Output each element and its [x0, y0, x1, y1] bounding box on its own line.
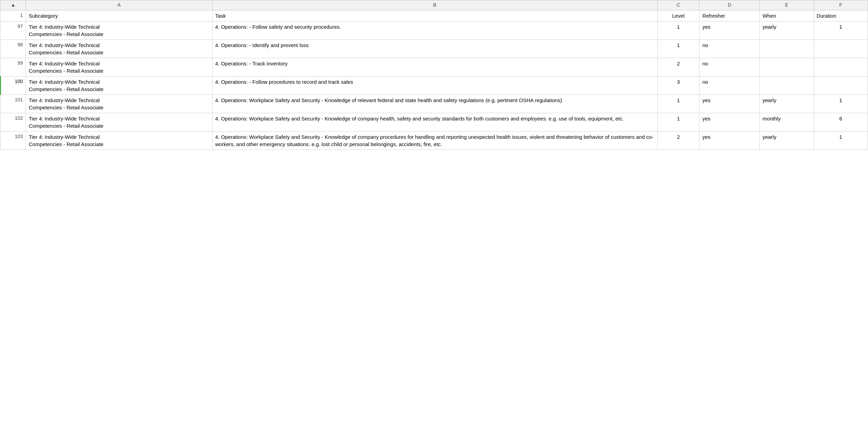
header-level[interactable]: Level — [657, 10, 699, 21]
cell-duration[interactable] — [814, 58, 868, 76]
header-duration[interactable]: Duration — [814, 10, 868, 21]
cell-refresher[interactable]: yes — [699, 94, 760, 113]
cell-refresher[interactable]: yes — [699, 21, 760, 39]
cell-duration[interactable]: 6 — [814, 113, 868, 131]
cell-task[interactable]: 4. Operations: - Identify and prevent lo… — [212, 39, 657, 58]
table-row: 100Tier 4: Industry-Wide TechnicalCompet… — [1, 76, 868, 94]
cell-refresher[interactable]: no — [699, 58, 760, 76]
cell-task[interactable]: 4. Operations: Workplace Safety and Secu… — [212, 131, 657, 150]
col-letter-f[interactable]: F — [814, 0, 868, 10]
cell-duration[interactable] — [814, 39, 868, 58]
header-when[interactable]: When — [760, 10, 814, 21]
row-num-98: 98 — [1, 39, 26, 58]
cell-refresher[interactable]: no — [699, 39, 760, 58]
cell-task[interactable]: 4. Operations: Workplace Safety and Secu… — [212, 113, 657, 131]
cell-subcategory[interactable]: Tier 4: Industry-Wide TechnicalCompetenc… — [26, 131, 212, 150]
table-row: 97Tier 4: Industry-Wide TechnicalCompete… — [1, 21, 868, 39]
cell-task[interactable]: 4. Operations: - Track inventory — [212, 58, 657, 76]
cell-refresher[interactable]: no — [699, 76, 760, 94]
cell-level[interactable]: 1 — [657, 94, 699, 113]
cell-level[interactable]: 1 — [657, 21, 699, 39]
cell-task[interactable]: 4. Operations: - Follow procedures to re… — [212, 76, 657, 94]
cell-task[interactable]: 4. Operations: - Follow safety and secur… — [212, 21, 657, 39]
col-letter-d[interactable]: D — [699, 0, 760, 10]
cell-level[interactable]: 3 — [657, 76, 699, 94]
cell-when[interactable]: yearly — [760, 21, 814, 39]
row-num-97: 97 — [1, 21, 26, 39]
cell-when[interactable] — [760, 76, 814, 94]
spreadsheet-table: ▲ A B C D E F 1 Subcategory Task Level R… — [0, 0, 868, 150]
table-row: 102Tier 4: Industry-Wide TechnicalCompet… — [1, 113, 868, 131]
header-task[interactable]: Task — [212, 10, 657, 21]
col-letter-e[interactable]: E — [760, 0, 814, 10]
row-num-102: 102 — [1, 113, 26, 131]
col-letter-b[interactable]: B — [212, 0, 657, 10]
row-num-100: 100 — [1, 76, 26, 94]
cell-task[interactable]: 4. Operations: Workplace Safety and Secu… — [212, 94, 657, 113]
row-num-1: 1 — [1, 10, 26, 21]
table-row: 103Tier 4: Industry-Wide TechnicalCompet… — [1, 131, 868, 150]
cell-duration[interactable]: 1 — [814, 94, 868, 113]
cell-when[interactable]: monthly — [760, 113, 814, 131]
col-letter-c[interactable]: C — [657, 0, 699, 10]
cell-duration[interactable] — [814, 76, 868, 94]
cell-level[interactable]: 1 — [657, 113, 699, 131]
cell-subcategory[interactable]: Tier 4: Industry-Wide TechnicalCompetenc… — [26, 76, 212, 94]
header-refresher[interactable]: Refresher — [699, 10, 760, 21]
cell-level[interactable]: 1 — [657, 39, 699, 58]
column-letters-row: ▲ A B C D E F — [1, 0, 868, 10]
cell-when[interactable]: yearly — [760, 94, 814, 113]
cell-level[interactable]: 2 — [657, 58, 699, 76]
cell-when[interactable] — [760, 58, 814, 76]
cell-duration[interactable]: 1 — [814, 131, 868, 150]
table-row: 101Tier 4: Industry-Wide TechnicalCompet… — [1, 94, 868, 113]
cell-subcategory[interactable]: Tier 4: Industry-Wide TechnicalCompetenc… — [26, 39, 212, 58]
col-letter-a[interactable]: A — [26, 0, 212, 10]
header-data-row: 1 Subcategory Task Level Refresher When … — [1, 10, 868, 21]
cell-when[interactable]: yearly — [760, 131, 814, 150]
header-subcategory[interactable]: Subcategory — [26, 10, 212, 21]
row-num-101: 101 — [1, 94, 26, 113]
cell-when[interactable] — [760, 39, 814, 58]
cell-refresher[interactable]: yes — [699, 113, 760, 131]
table-row: 98Tier 4: Industry-Wide TechnicalCompete… — [1, 39, 868, 58]
corner-cell: ▲ — [1, 0, 26, 10]
cell-subcategory[interactable]: Tier 4: Industry-Wide TechnicalCompetenc… — [26, 21, 212, 39]
cell-subcategory[interactable]: Tier 4: Industry-Wide TechnicalCompetenc… — [26, 113, 212, 131]
cell-subcategory[interactable]: Tier 4: Industry-Wide TechnicalCompetenc… — [26, 94, 212, 113]
cell-refresher[interactable]: yes — [699, 131, 760, 150]
cell-duration[interactable]: 1 — [814, 21, 868, 39]
cell-subcategory[interactable]: Tier 4: Industry-Wide TechnicalCompetenc… — [26, 58, 212, 76]
cell-level[interactable]: 2 — [657, 131, 699, 150]
row-num-99: 99 — [1, 58, 26, 76]
row-num-103: 103 — [1, 131, 26, 150]
table-row: 99Tier 4: Industry-Wide TechnicalCompete… — [1, 58, 868, 76]
